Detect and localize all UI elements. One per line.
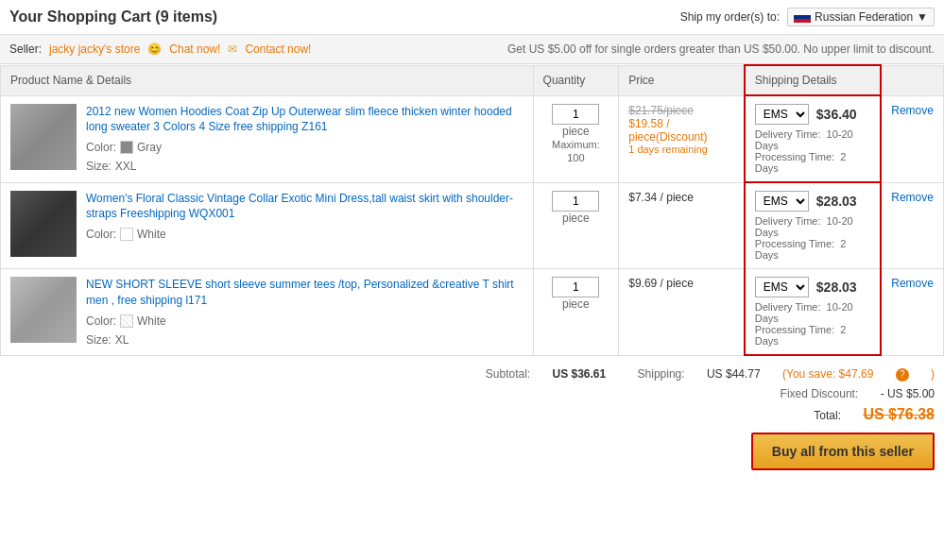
discount-row: Fixed Discount: - US $5.00 bbox=[9, 387, 935, 400]
subtotal-row: Subtotal: US $36.61 Shipping: US $44.77 … bbox=[9, 367, 935, 382]
table-row: Women's Floral Classic Vintage Collar Ex… bbox=[1, 182, 944, 269]
shipping-cost-1: $36.40 bbox=[816, 107, 857, 122]
seller-bar: Seller: jacky jacky's store 😊 Chat now! … bbox=[0, 35, 944, 64]
fixed-discount-value: - US $5.00 bbox=[881, 387, 935, 400]
seller-label: Seller: bbox=[9, 42, 42, 56]
original-price-1: $21.75/piece bbox=[628, 104, 734, 117]
table-row: NEW SHORT SLEEVE short sleeve summer tee… bbox=[1, 269, 944, 356]
shipping-method-2[interactable]: EMS bbox=[755, 191, 809, 212]
product-color-3: Color: White bbox=[86, 314, 523, 328]
contact-now-button[interactable]: Contact now! bbox=[245, 42, 311, 56]
qty-cell-3: piece bbox=[533, 269, 619, 356]
qty-cell-1: piece Maximum: 100 bbox=[533, 95, 619, 182]
shipping-method-3[interactable]: EMS bbox=[755, 277, 809, 297]
country-selector[interactable]: Russian Federation ▼ bbox=[787, 8, 935, 26]
table-row: 2012 new Women Hoodies Coat Zip Up Outer… bbox=[1, 95, 944, 182]
product-name-2[interactable]: Women's Floral Classic Vintage Collar Ex… bbox=[86, 192, 513, 221]
fixed-discount-label: Fixed Discount: bbox=[781, 387, 859, 400]
product-cell-3: NEW SHORT SLEEVE short sleeve summer tee… bbox=[1, 269, 534, 356]
shipping-summary-label: Shipping: bbox=[638, 367, 685, 381]
product-cell-1: 2012 new Women Hoodies Coat Zip Up Outer… bbox=[1, 95, 534, 182]
shipping-cost-3: $28.03 bbox=[816, 280, 857, 295]
shipping-cell-3: EMS $28.03 Delivery Time: 10-20 Days Pro… bbox=[745, 269, 881, 356]
cart-footer: Subtotal: US $36.61 Shipping: US $44.77 … bbox=[0, 356, 944, 482]
ship-label: Ship my order(s) to: bbox=[680, 10, 780, 24]
buy-all-button[interactable]: Buy all from this seller bbox=[751, 433, 935, 470]
regular-price-2: $7.34 / piece bbox=[628, 191, 694, 204]
total-label: Total: bbox=[814, 409, 841, 422]
delivery-info-1: Delivery Time: 10-20 Days Processing Tim… bbox=[755, 128, 870, 174]
product-color-2: Color: White bbox=[86, 228, 523, 241]
qty-cell-2: piece bbox=[533, 182, 619, 269]
save-label: (You save: $47.69 bbox=[782, 367, 877, 381]
color-swatch-white-2 bbox=[120, 228, 133, 241]
price-cell-3: $9.69 / piece bbox=[619, 269, 745, 356]
save-info-icon[interactable]: ? bbox=[896, 368, 909, 382]
page-title: Your Shopping Cart (9 items) bbox=[9, 8, 217, 25]
remove-button-2[interactable]: Remove bbox=[891, 191, 934, 204]
product-image-1 bbox=[10, 104, 77, 170]
subtotal-value: US $36.61 bbox=[553, 367, 607, 381]
product-image-2 bbox=[10, 191, 77, 257]
qty-input-1[interactable] bbox=[552, 104, 599, 125]
product-size-3: Size: XL bbox=[86, 333, 523, 347]
qty-unit-1: piece bbox=[562, 125, 590, 138]
chat-now-button[interactable]: Chat now! bbox=[169, 42, 220, 56]
product-size-1: Size: XXL bbox=[86, 160, 523, 173]
shipping-summary-value: US $44.77 bbox=[707, 367, 761, 381]
chevron-down-icon: ▼ bbox=[917, 10, 928, 24]
qty-input-2[interactable] bbox=[552, 191, 599, 212]
shipping-cell-1: EMS $36.40 Delivery Time: 10-20 Days Pro… bbox=[745, 95, 881, 182]
col-actions bbox=[881, 65, 943, 95]
qty-unit-2: piece bbox=[562, 212, 590, 225]
col-price: Price bbox=[619, 65, 745, 95]
chat-emoji-icon: 😊 bbox=[147, 42, 162, 56]
col-product: Product Name & Details bbox=[1, 65, 534, 95]
product-image-3 bbox=[10, 277, 77, 343]
mail-icon: ✉ bbox=[228, 42, 237, 56]
top-header: Your Shopping Cart (9 items) Ship my ord… bbox=[0, 0, 944, 35]
shipping-cell-2: EMS $28.03 Delivery Time: 10-20 Days Pro… bbox=[745, 182, 881, 269]
total-value: US $76.38 bbox=[863, 406, 935, 422]
product-name-1[interactable]: 2012 new Women Hoodies Coat Zip Up Outer… bbox=[86, 105, 512, 134]
shipping-cost-2: $28.03 bbox=[816, 194, 857, 209]
remove-cell-1: Remove bbox=[881, 95, 943, 182]
product-color-1: Color: Gray bbox=[86, 141, 523, 154]
remove-cell-2: Remove bbox=[881, 182, 943, 269]
country-name: Russian Federation bbox=[815, 10, 913, 24]
russia-flag-icon bbox=[794, 11, 811, 23]
subtotal-label: Subtotal: bbox=[486, 367, 530, 381]
col-quantity: Quantity bbox=[533, 65, 619, 95]
qty-unit-3: piece bbox=[562, 297, 590, 311]
regular-price-3: $9.69 / piece bbox=[628, 277, 694, 290]
seller-name-link[interactable]: jacky jacky's store bbox=[49, 42, 140, 56]
delivery-info-3: Delivery Time: 10-20 Days Processing Tim… bbox=[755, 301, 870, 347]
col-shipping: Shipping Details bbox=[745, 65, 881, 95]
shipping-method-1[interactable]: EMS bbox=[755, 104, 809, 125]
remaining-1: 1 days remaining bbox=[628, 144, 734, 155]
color-swatch-white-3 bbox=[120, 314, 133, 328]
seller-info: Seller: jacky jacky's store 😊 Chat now! … bbox=[9, 42, 311, 56]
qty-input-3[interactable] bbox=[552, 277, 599, 297]
remove-button-1[interactable]: Remove bbox=[891, 104, 934, 117]
discount-price-1: $19.58 / piece(Discount) bbox=[628, 117, 734, 144]
total-row: Total: US $76.38 bbox=[9, 406, 935, 423]
qty-max-1: Maximum: 100 bbox=[552, 139, 600, 163]
remove-button-3[interactable]: Remove bbox=[891, 277, 934, 290]
price-cell-1: $21.75/piece $19.58 / piece(Discount) 1 … bbox=[619, 95, 745, 182]
product-name-3[interactable]: NEW SHORT SLEEVE short sleeve summer tee… bbox=[86, 278, 514, 307]
discount-notice: Get US $5.00 off for single orders great… bbox=[507, 42, 935, 56]
product-cell-2: Women's Floral Classic Vintage Collar Ex… bbox=[1, 182, 534, 269]
cart-table: Product Name & Details Quantity Price Sh… bbox=[0, 64, 944, 356]
delivery-info-2: Delivery Time: 10-20 Days Processing Tim… bbox=[755, 215, 870, 261]
color-swatch-gray bbox=[120, 141, 133, 154]
ship-to: Ship my order(s) to: Russian Federation … bbox=[680, 8, 935, 26]
remove-cell-3: Remove bbox=[881, 269, 943, 356]
price-cell-2: $7.34 / piece bbox=[619, 182, 745, 269]
